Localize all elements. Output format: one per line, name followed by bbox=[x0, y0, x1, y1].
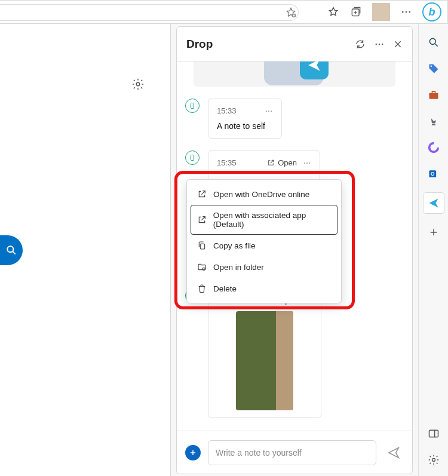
ctx-label: Copy as file bbox=[213, 241, 256, 250]
svg-point-25 bbox=[430, 66, 432, 67]
message-more-icon[interactable] bbox=[303, 159, 311, 167]
rail-drop-icon[interactable] bbox=[423, 192, 444, 214]
svg-point-15 bbox=[304, 162, 305, 164]
message-more-icon[interactable] bbox=[265, 107, 273, 115]
compose-input[interactable] bbox=[208, 440, 376, 465]
bing-chat-icon[interactable]: b bbox=[422, 2, 441, 22]
right-rail: O bbox=[418, 24, 448, 476]
ctx-label: Open with OneDrive online bbox=[213, 190, 309, 199]
svg-rect-30 bbox=[429, 430, 438, 437]
svg-point-12 bbox=[268, 110, 269, 112]
svg-text:O: O bbox=[431, 171, 435, 177]
page-content bbox=[0, 24, 171, 476]
rail-chess-icon[interactable] bbox=[426, 113, 441, 129]
device-mobile-icon bbox=[185, 99, 200, 113]
copy-icon bbox=[197, 240, 207, 251]
svg-point-6 bbox=[7, 246, 13, 252]
bing-letter: b bbox=[429, 6, 435, 19]
ctx-label: Open in folder bbox=[213, 263, 264, 272]
ctx-delete[interactable]: Delete bbox=[191, 278, 337, 299]
svg-point-23 bbox=[202, 268, 205, 270]
svg-point-27 bbox=[429, 143, 438, 152]
svg-point-24 bbox=[429, 38, 435, 44]
note-text: A note to self bbox=[217, 121, 273, 131]
add-button[interactable] bbox=[185, 445, 201, 460]
external-icon bbox=[197, 214, 207, 225]
compose-bar bbox=[177, 431, 412, 474]
svg-point-7 bbox=[376, 43, 377, 44]
note-bubble[interactable]: 15:33 A note to self bbox=[208, 99, 282, 139]
ctx-copy-as-file[interactable]: Copy as file bbox=[191, 235, 337, 256]
folder-icon bbox=[197, 262, 207, 272]
profile-avatar[interactable] bbox=[372, 3, 390, 21]
svg-point-13 bbox=[271, 110, 272, 112]
collections-icon[interactable] bbox=[349, 5, 363, 19]
send-button[interactable] bbox=[383, 446, 404, 459]
svg-point-3 bbox=[406, 11, 407, 13]
svg-rect-10 bbox=[191, 103, 194, 109]
favorites-icon[interactable] bbox=[327, 5, 340, 19]
svg-point-11 bbox=[266, 110, 267, 112]
ctx-label: Open with associated app (Default) bbox=[213, 211, 331, 229]
open-label: Open bbox=[278, 158, 297, 167]
rail-outlook-icon[interactable]: O bbox=[426, 166, 441, 182]
device-mobile-icon bbox=[185, 151, 200, 165]
drop-header: Drop bbox=[177, 27, 412, 62]
svg-rect-26 bbox=[429, 93, 438, 99]
svg-point-17 bbox=[309, 162, 310, 164]
panel-more-icon[interactable] bbox=[374, 39, 385, 50]
svg-point-9 bbox=[382, 43, 383, 44]
image-bubble[interactable]: 15:36 Open bbox=[208, 288, 321, 418]
rail-split-icon[interactable] bbox=[426, 426, 441, 441]
context-menu: Open with OneDrive online Open with asso… bbox=[186, 179, 342, 303]
rail-tag-icon[interactable] bbox=[426, 61, 441, 76]
svg-point-2 bbox=[402, 11, 404, 13]
ctx-open-in-folder[interactable]: Open in folder bbox=[191, 256, 337, 278]
svg-point-8 bbox=[379, 43, 380, 44]
more-icon[interactable] bbox=[400, 5, 413, 19]
search-button[interactable] bbox=[0, 235, 23, 265]
address-bar[interactable] bbox=[0, 4, 299, 21]
refresh-icon[interactable] bbox=[355, 39, 366, 50]
open-button[interactable]: Open bbox=[267, 158, 297, 167]
rail-briefcase-icon[interactable] bbox=[426, 87, 441, 103]
add-favorite-icon[interactable] bbox=[285, 7, 297, 19]
gear-icon[interactable] bbox=[131, 78, 145, 91]
rail-search-icon[interactable] bbox=[426, 35, 441, 50]
close-icon[interactable] bbox=[393, 39, 403, 50]
promo-card bbox=[194, 62, 395, 87]
rail-loop-icon[interactable] bbox=[426, 140, 441, 155]
message-row: 15:33 A note to self bbox=[185, 99, 404, 139]
promo-send-icon bbox=[300, 62, 329, 79]
ctx-label: Delete bbox=[213, 284, 237, 293]
svg-rect-14 bbox=[191, 155, 194, 161]
svg-point-16 bbox=[306, 162, 308, 164]
rail-settings-icon[interactable] bbox=[426, 452, 441, 468]
browser-toolbar: b bbox=[0, 0, 448, 24]
rail-add-icon[interactable] bbox=[426, 225, 441, 240]
svg-point-5 bbox=[136, 82, 140, 86]
image-thumbnail[interactable] bbox=[236, 311, 293, 410]
svg-point-31 bbox=[432, 459, 435, 462]
timestamp: 15:33 bbox=[217, 106, 237, 115]
ctx-open-default-app[interactable]: Open with associated app (Default) bbox=[191, 205, 337, 235]
drop-title: Drop bbox=[186, 38, 213, 51]
trash-icon bbox=[197, 283, 207, 294]
svg-rect-22 bbox=[200, 244, 204, 249]
timestamp: 15:35 bbox=[217, 158, 237, 167]
message-row: 15:36 Open bbox=[185, 288, 404, 418]
external-icon bbox=[197, 189, 207, 199]
svg-point-4 bbox=[409, 11, 411, 13]
ctx-open-onedrive[interactable]: Open with OneDrive online bbox=[191, 183, 337, 205]
